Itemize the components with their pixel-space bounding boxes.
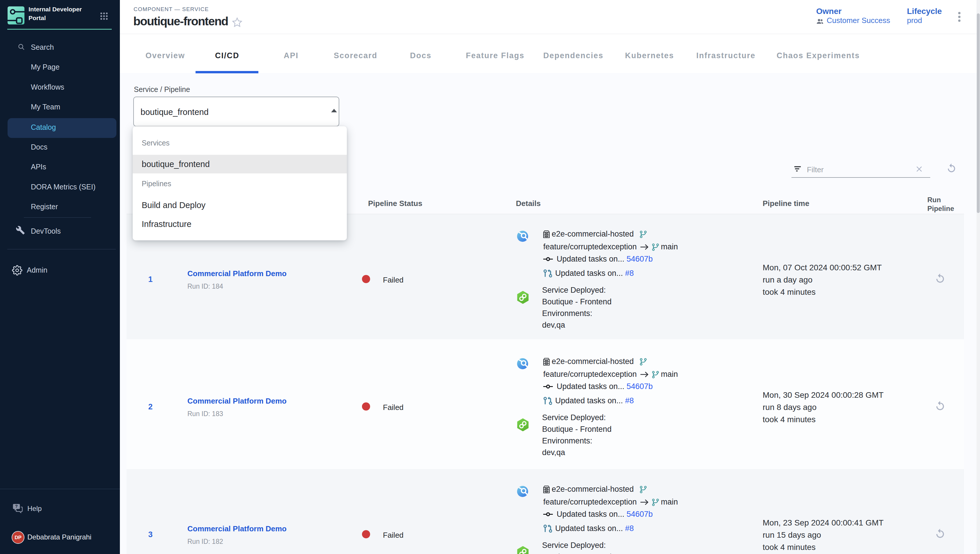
svg-text:?: ?	[15, 504, 18, 509]
